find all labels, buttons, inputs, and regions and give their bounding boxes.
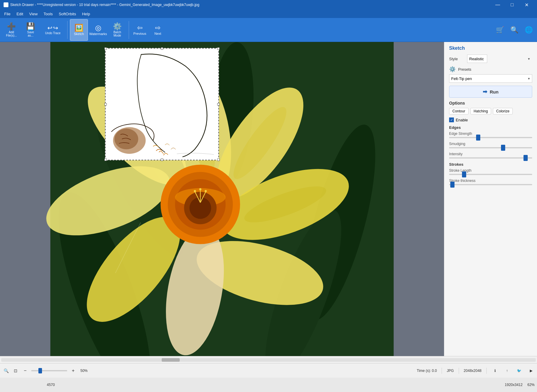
sketch-svg	[106, 49, 218, 160]
settings-button[interactable]: 🌐	[523, 19, 535, 41]
run-button[interactable]: ➡ Run	[449, 86, 532, 98]
edges-label: Edges	[449, 125, 532, 130]
edge-strength-track[interactable]	[449, 137, 532, 138]
time-display: Time (s): 0.0	[417, 369, 437, 373]
zoom-out-icon: −	[24, 368, 26, 373]
video-button[interactable]: ▶	[527, 367, 535, 374]
zoom-fit-icon: 🔍	[4, 368, 9, 373]
panel-title: Sketch	[449, 46, 532, 51]
handle-tl[interactable]	[104, 47, 107, 50]
divider-2	[459, 368, 459, 374]
batch-mode-button[interactable]: ⚙️ Batch Mode	[108, 19, 126, 41]
undo-icon: ↩	[47, 25, 52, 31]
stroke-thickness-thumb[interactable]	[450, 182, 454, 188]
dimensions-label: 2048x2048	[464, 369, 482, 373]
stroke-thickness-label: Stroke thickness	[449, 179, 532, 183]
handle-bm[interactable]	[161, 159, 163, 161]
scroll-track[interactable]	[1, 358, 536, 362]
next-button[interactable]: ⇨ Next	[149, 19, 166, 41]
menu-file[interactable]: File	[1, 10, 14, 18]
stroke-thickness-slider-row	[449, 184, 532, 185]
cart-button[interactable]: 🛒	[494, 19, 506, 41]
smudging-fill	[449, 147, 503, 148]
next-icon: ⇨	[155, 25, 160, 31]
previous-icon: ⇦	[137, 25, 142, 31]
svg-point-26	[194, 190, 196, 192]
stroke-length-thumb[interactable]	[462, 171, 466, 177]
watermarks-button[interactable]: ◎ Watermarks	[89, 19, 107, 41]
zoom-slider[interactable]	[31, 370, 67, 371]
zoom-thumb[interactable]	[38, 368, 42, 373]
panel-main: Sketch Style Realistic Pencil Charcoal ⚙…	[444, 42, 537, 192]
smudging-slider-row	[449, 147, 532, 148]
main-area: Sketch Style Realistic Pencil Charcoal ⚙…	[0, 42, 537, 356]
flower-background	[0, 42, 444, 356]
handle-tm[interactable]	[161, 47, 163, 50]
sketch-label: Sketch	[74, 32, 84, 36]
info-button[interactable]: ℹ	[491, 367, 499, 374]
twitter-button[interactable]: 🐦	[515, 367, 523, 374]
share-button[interactable]: ↑	[503, 367, 511, 374]
window-controls: — □ ✕	[491, 0, 533, 10]
sketch-overlay[interactable]	[105, 48, 219, 160]
tab-hatching[interactable]: Hatching	[470, 108, 491, 114]
edge-strength-thumb[interactable]	[476, 135, 480, 141]
batch-icon: ⚙️	[113, 23, 122, 30]
enable-checkbox[interactable]: ✓	[449, 117, 454, 122]
intensity-thumb[interactable]	[524, 155, 528, 161]
title-bar: Sketch Drawer - ****Unregistered version…	[0, 0, 537, 10]
time-value: 0.0	[432, 369, 437, 373]
tab-colorize[interactable]: Colorize	[493, 108, 513, 114]
canvas-area[interactable]	[0, 42, 444, 356]
sketch-button[interactable]: 🖼️ Sketch	[70, 19, 88, 41]
smudging-label: Smudging	[449, 142, 532, 146]
scroll-thumb[interactable]	[162, 358, 180, 362]
fit-window-button[interactable]: ⊡	[12, 367, 19, 374]
zoom-in-button[interactable]: +	[70, 367, 77, 374]
undo-button[interactable]: ↩ ↪ Undo Trace	[41, 19, 65, 41]
style-select[interactable]: Realistic Pencil Charcoal	[467, 55, 487, 63]
search-button[interactable]: 🔍	[508, 19, 520, 41]
stroke-length-slider-row	[449, 174, 532, 175]
zoom-fit-button[interactable]: 🔍	[2, 367, 10, 374]
stroke-thickness-track[interactable]	[449, 184, 532, 185]
status-bar: 🔍 ⊡ − + 50% Time (s): 0.0 JPG 2048x2048 …	[0, 363, 537, 378]
add-files-button[interactable]: ➕ Add File(s)...	[2, 19, 20, 41]
flower-svg	[0, 42, 444, 356]
minimize-button[interactable]: —	[491, 0, 505, 10]
handle-tr[interactable]	[217, 47, 220, 50]
menu-view[interactable]: View	[26, 10, 40, 18]
format-label: JPG	[447, 369, 454, 373]
menu-tools[interactable]: Tools	[40, 10, 56, 18]
handle-br[interactable]	[217, 159, 220, 161]
zoom-out-button[interactable]: −	[22, 367, 29, 374]
smudging-track[interactable]	[449, 147, 532, 148]
handle-bl[interactable]	[104, 159, 107, 161]
previous-button[interactable]: ⇦ Previous	[131, 19, 148, 41]
intensity-track[interactable]	[449, 157, 532, 159]
save-as-button[interactable]: 💾 Save as...	[22, 19, 40, 41]
window-title: Sketch Drawer - ****Unregistered version…	[10, 3, 199, 7]
close-button[interactable]: ✕	[520, 0, 533, 10]
svg-point-27	[199, 188, 201, 190]
menu-help[interactable]: Help	[79, 10, 93, 18]
status-bar-2: 4570 1920x3412 62%	[0, 378, 537, 392]
maximize-button[interactable]: □	[505, 0, 519, 10]
presets-label-text: Presets	[458, 67, 471, 72]
menu-edit[interactable]: Edit	[14, 10, 26, 18]
presets-select[interactable]: Felt-Tip pen Pencil Sketch Charcoal	[449, 74, 532, 83]
presets-icon: ⚙️	[449, 66, 456, 73]
presets-row: ⚙️ Presets	[449, 66, 532, 73]
stroke-length-track[interactable]	[449, 174, 532, 175]
strokes-label: Strokes	[449, 162, 532, 167]
tab-contour[interactable]: Contour	[449, 108, 469, 114]
edge-strength-fill	[449, 137, 478, 138]
status-right: Time (s): 0.0 JPG 2048x2048 ℹ ↑ 🐦 ▶	[417, 367, 535, 374]
smudging-thumb[interactable]	[501, 145, 505, 151]
time-label: Time (s):	[417, 369, 431, 373]
handle-ml[interactable]	[104, 103, 107, 105]
run-icon: ➡	[483, 88, 487, 95]
handle-mr[interactable]	[217, 103, 220, 105]
menu-softorbits[interactable]: SoftOrbits	[56, 10, 79, 18]
toolbar: ➕ Add File(s)... 💾 Save as... ↩ ↪ Undo T…	[0, 18, 537, 42]
